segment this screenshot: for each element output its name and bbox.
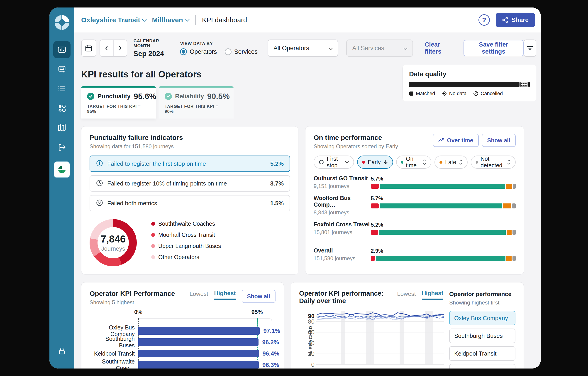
operator-list-item[interactable]: Southburgh Buses [449, 329, 515, 343]
operator-list-item[interactable]: Souththwaite Coaches [449, 364, 515, 368]
trend-line-icon [438, 138, 444, 143]
donut-legend-item: Upper Langmouth Buses [151, 243, 221, 249]
weekend-band [429, 311, 433, 365]
radio-services[interactable]: Services [225, 48, 258, 55]
bar-category-label: Souththwaite Coac… [90, 358, 138, 368]
ontime-operator-row: Overall151,580 journeys2.9% [314, 247, 516, 262]
daily-over-time-card: Operator KPI performance: Daily over tim… [291, 282, 524, 368]
chevron-right-icon [118, 46, 123, 51]
chip-label: First stop [327, 155, 342, 169]
x-tick-dow: Su [340, 368, 346, 368]
operator-journeys: 151,580 journeys [314, 255, 371, 262]
linechart-title: Operator KPI performance: Daily over tim… [299, 290, 397, 305]
donut-center-value: 7,846 [101, 233, 126, 245]
chip-first-stop[interactable]: First stop [314, 155, 354, 169]
calendar-month-block: CALENDAR MONTH Sep 2024 [134, 38, 172, 58]
chip-label: Early [368, 159, 381, 166]
line-chart-svg: 02040608090Mo1We3Fr5Su7Tu9Th11Sa13Mo15We… [306, 311, 447, 368]
radio-operators-label: Operators [189, 48, 217, 55]
ontime-operator-row: Oulhurst GO Transit9,151 journeys5.7% [314, 175, 516, 189]
tab-reliability-value: 90.5% [207, 92, 230, 101]
bar-value-label: 96.2% [262, 339, 279, 346]
bar-segment-late [506, 256, 512, 261]
x-tick-dow: Tu [407, 368, 413, 368]
barchart-show-all-button[interactable]: Show all [242, 290, 275, 303]
calendar-month-value: Sep 2024 [134, 50, 172, 58]
ontime-show-all-button[interactable]: Show all [482, 134, 516, 147]
share-button[interactable]: Share [496, 13, 535, 27]
bar-segment-early [371, 230, 378, 235]
divider [195, 15, 196, 25]
tab-punctuality[interactable]: Punctuality 95.6% TARGET FOR THIS KPI = … [81, 86, 156, 119]
share-label: Share [512, 17, 529, 24]
sidebar-item-map[interactable] [53, 119, 71, 136]
sidebar-item-logout[interactable] [53, 139, 71, 156]
data-quality-title: Data quality [409, 70, 530, 78]
sidebar-app-shortcut[interactable] [54, 161, 70, 178]
failure-indicator-row[interactable]: Failed to register 10% of timing points … [90, 175, 290, 192]
tab-reliability[interactable]: Reliability 90.5% TARGET FOR THIS KPI = … [159, 86, 234, 119]
prev-month-button[interactable] [100, 40, 113, 56]
axis-target-label: 95% [252, 309, 263, 315]
legend-cancelled: Cancelled [473, 91, 503, 97]
toggle-highest[interactable]: Highest [214, 290, 236, 300]
chip-late[interactable]: Late [434, 155, 468, 169]
y-tick-label: 90 [308, 313, 315, 320]
operator-list-item[interactable]: Keldpool Transit [449, 346, 515, 361]
data-quality-bar [409, 82, 530, 87]
toggle-highest[interactable]: Highest [422, 290, 443, 300]
help-button[interactable]: ? [478, 14, 490, 26]
matched-square-icon [409, 91, 414, 96]
dq-segment-no-data [520, 82, 527, 87]
toggle-lowest[interactable]: Lowest [397, 290, 416, 299]
failure-indicator-row[interactable]: Failed to register the first stop on tim… [90, 155, 290, 172]
sidebar-item-categories[interactable] [53, 100, 71, 117]
bar-rows: Oxley Bus Company97.1%Southburgh Buses96… [90, 318, 272, 368]
chip-early[interactable]: Early [357, 155, 393, 169]
operator-list-label: Keldpool Transit [454, 350, 496, 357]
axis-min-label: 0% [134, 309, 142, 315]
radio-operators[interactable]: Operators [180, 48, 217, 55]
bar-segment-late [503, 203, 511, 209]
kpi-bar-row: Keldpool Transit96.4% [90, 350, 272, 357]
bar-value-label: 96.3% [262, 362, 279, 368]
clear-filters-link[interactable]: Clear filters [425, 41, 454, 55]
donut-legend-label: Moorhall Cross Transit [158, 232, 215, 238]
stacked-bar [371, 256, 516, 261]
list-icon [57, 84, 66, 93]
data-quality-card: Data quality Matched No data [402, 65, 536, 101]
failure-row-label: Failed to register the first stop on tim… [107, 160, 206, 167]
tab-punctuality-target: TARGET FOR THIS KPI = 95% [87, 104, 150, 114]
lowest-highest-toggle: Lowest Highest [397, 290, 443, 300]
calendar-button[interactable] [81, 40, 96, 57]
tab-punctuality-value: 95.6% [134, 92, 156, 101]
sidebar-item-vehicles[interactable] [53, 61, 71, 78]
failure-indicator-row[interactable]: Failed both metrics1.5% [90, 195, 290, 211]
legend-matched: Matched [409, 91, 435, 97]
radio-services-label: Services [234, 48, 258, 55]
sidebar-item-list[interactable] [53, 80, 71, 97]
toggle-lowest[interactable]: Lowest [189, 290, 208, 299]
breadcrumb-area[interactable]: Millhaven [152, 16, 189, 24]
over-time-button[interactable]: Over time [433, 134, 478, 147]
failure-row-value: 1.5% [270, 200, 284, 207]
tab-reliability-target: TARGET FOR THIS KPI = 90% [165, 104, 228, 114]
filter-bar: CALENDAR MONTH Sep 2024 VIEW DATA BY Ope… [81, 38, 536, 58]
chip-on-time[interactable]: On time [396, 155, 431, 169]
radio-dot [180, 48, 187, 55]
services-dropdown[interactable]: All Services [346, 40, 413, 57]
breadcrumb-org[interactable]: Oxleyshire Transit [81, 16, 146, 24]
sidebar-item-lock[interactable] [53, 342, 71, 359]
kpi-bar-row: Oxley Bus Company97.1% [90, 327, 272, 335]
x-tick-dow: Mo [373, 368, 380, 368]
filter-settings-button[interactable] [524, 40, 536, 57]
next-month-button[interactable] [113, 40, 127, 56]
operators-dropdown[interactable]: All Operators [268, 40, 338, 57]
status-dot-icon [440, 161, 442, 164]
sidebar-item-dashboard[interactable] [53, 41, 71, 58]
operator-list-item[interactable]: Oxley Bus Company [449, 311, 515, 325]
operators-dropdown-value: All Operators [273, 45, 309, 52]
save-filter-settings-button[interactable]: Save filter settings [463, 40, 524, 56]
chip-not-detected[interactable]: Not detected [471, 155, 516, 169]
sort-down-icon [383, 160, 388, 165]
